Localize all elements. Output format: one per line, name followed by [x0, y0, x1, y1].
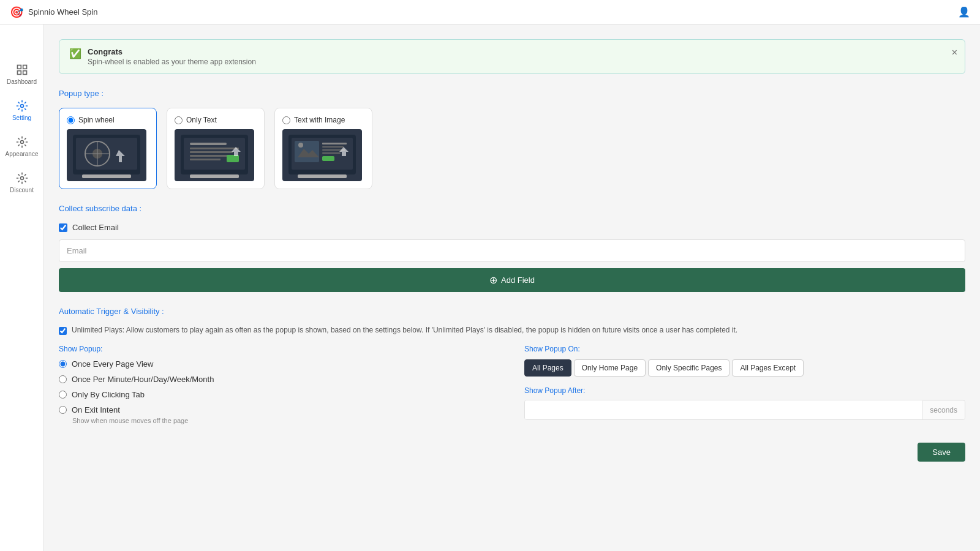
sidebar-item-setting[interactable]: Setting	[4, 95, 40, 126]
svg-rect-27	[295, 141, 319, 162]
svg-rect-21	[190, 159, 221, 160]
spin-wheel-label: Spin wheel	[78, 116, 115, 124]
text-with-image-label: Text with Image	[294, 116, 345, 124]
svg-rect-18	[190, 148, 239, 149]
once-every-page-radio[interactable]	[59, 360, 67, 368]
save-button[interactable]: Save	[918, 443, 965, 462]
trigger-label: Automatic Trigger & Visibility :	[59, 307, 965, 316]
alert-close-button[interactable]: ×	[952, 47, 957, 58]
svg-rect-35	[298, 174, 347, 178]
popup-type-text-image[interactable]: Text with Image	[274, 108, 372, 189]
show-popup-on-buttons: All Pages Only Home Page Only Specific P…	[524, 359, 965, 377]
svg-rect-13	[82, 174, 131, 178]
seconds-unit: seconds	[922, 401, 965, 419]
only-text-label: Only Text	[186, 116, 217, 124]
svg-rect-23	[190, 174, 239, 178]
only-text-radio[interactable]	[175, 116, 183, 124]
all-pages-button[interactable]: All Pages	[524, 359, 571, 377]
popup-type-section: Popup type : Spin wheel	[59, 89, 965, 189]
svg-rect-31	[322, 146, 344, 148]
svg-rect-34	[322, 156, 334, 161]
alert-subtitle: Spin-wheel is enabled as your theme app …	[88, 58, 256, 66]
once-every-page-label: Once Every Page View	[72, 359, 153, 369]
svg-rect-0	[17, 66, 21, 69]
save-button-row: Save	[59, 443, 965, 462]
sidebar-label-setting: Setting	[12, 114, 31, 121]
svg-point-4	[20, 105, 23, 108]
tag-icon	[16, 172, 28, 184]
all-pages-except-button[interactable]: All Pages Except	[732, 359, 804, 377]
text-with-image-svg	[285, 132, 359, 179]
collect-email-checkbox[interactable]	[59, 223, 67, 232]
add-field-button[interactable]: ⊕ Add Field	[59, 268, 965, 292]
once-every-page-option[interactable]: Once Every Page View	[59, 359, 500, 369]
spin-wheel-preview	[67, 129, 146, 181]
sidebar-item-dashboard[interactable]: Dashboard	[4, 59, 40, 90]
svg-point-6	[20, 177, 23, 180]
only-text-preview	[175, 129, 254, 181]
subscribe-label: Collect subscribe data :	[59, 204, 965, 213]
sidebar-item-appearance[interactable]: Appearance	[4, 131, 40, 162]
spin-wheel-radio[interactable]	[67, 116, 75, 124]
unlimited-plays-text: Unlimited Plays: Allow customers to play…	[72, 326, 737, 334]
seconds-input[interactable]	[525, 400, 922, 419]
svg-rect-2	[17, 71, 21, 75]
add-field-label: Add Field	[501, 276, 535, 285]
sidebar-label-discount: Discount	[10, 187, 34, 193]
svg-rect-30	[322, 143, 347, 144]
only-home-page-button[interactable]: Only Home Page	[574, 359, 646, 377]
popup-type-spin-wheel[interactable]: Spin wheel	[59, 108, 157, 189]
plus-icon: ⊕	[489, 274, 497, 286]
once-per-time-label: Once Per Minute/Hour/Day/Week/Month	[72, 375, 214, 384]
sidebar: Dashboard Setting Appearance Discount	[0, 24, 44, 551]
show-popup-on-label: Show Popup On:	[524, 345, 965, 353]
collect-email-label: Collect Email	[72, 223, 119, 232]
unlimited-plays-row: Unlimited Plays: Allow customers to play…	[59, 326, 965, 335]
only-clicking-tab-option[interactable]: Only By Clicking Tab	[59, 390, 500, 399]
once-per-time-option[interactable]: Once Per Minute/Hour/Day/Week/Month	[59, 375, 500, 384]
popup-type-options: Spin wheel	[59, 108, 965, 189]
show-popup-col: Show Popup: Once Every Page View Once Pe…	[59, 345, 500, 428]
svg-point-29	[298, 143, 303, 148]
logo-icon: 🎯	[10, 6, 23, 19]
app-logo: 🎯 Spinnio Wheel Spin	[10, 6, 97, 19]
text-with-image-radio[interactable]	[282, 116, 290, 124]
show-popup-on-col: Show Popup On: All Pages Only Home Page …	[524, 345, 965, 428]
alert-text: Congrats Spin-wheel is enabled as your t…	[88, 47, 256, 66]
unlimited-plays-checkbox[interactable]	[59, 327, 67, 335]
popup-type-only-text[interactable]: Only Text	[167, 108, 265, 189]
on-exit-intent-radio[interactable]	[59, 406, 67, 414]
only-text-image	[178, 132, 251, 179]
main-content: ✅ Congrats Spin-wheel is enabled as your…	[44, 24, 980, 551]
only-specific-pages-button[interactable]: Only Specific Pages	[648, 359, 729, 377]
email-field-display: Email	[59, 239, 965, 262]
app-title: Spinnio Wheel Spin	[28, 7, 97, 17]
sidebar-label-dashboard: Dashboard	[7, 78, 37, 85]
once-per-time-radio[interactable]	[59, 375, 67, 383]
trigger-section: Automatic Trigger & Visibility : Unlimit…	[59, 307, 965, 428]
only-clicking-tab-radio[interactable]	[59, 391, 67, 399]
user-icon[interactable]: 👤	[958, 7, 970, 17]
only-clicking-tab-label: Only By Clicking Tab	[72, 390, 145, 399]
svg-rect-1	[23, 66, 26, 69]
gear-icon	[16, 100, 28, 112]
top-bar: 🎯 Spinnio Wheel Spin 👤	[0, 0, 980, 24]
sidebar-item-discount[interactable]: Discount	[4, 167, 40, 198]
alert-banner: ✅ Congrats Spin-wheel is enabled as your…	[59, 39, 965, 74]
svg-rect-33	[322, 152, 341, 154]
on-exit-intent-option[interactable]: On Exit Intent	[59, 405, 500, 414]
text-with-image-preview	[282, 129, 362, 181]
collect-email-row: Collect Email	[59, 223, 965, 232]
trigger-two-col: Show Popup: Once Every Page View Once Pe…	[59, 345, 965, 428]
svg-rect-17	[190, 143, 227, 145]
sidebar-label-appearance: Appearance	[6, 151, 39, 157]
on-exit-intent-label: On Exit Intent	[72, 405, 120, 414]
svg-point-5	[20, 141, 23, 144]
popup-type-label: Popup type :	[59, 89, 965, 98]
grid-icon	[16, 64, 28, 76]
svg-rect-3	[23, 71, 26, 75]
svg-rect-19	[190, 151, 233, 153]
show-popup-label: Show Popup:	[59, 345, 500, 353]
top-bar-right: 👤	[958, 6, 970, 18]
alert-title: Congrats	[88, 47, 256, 56]
